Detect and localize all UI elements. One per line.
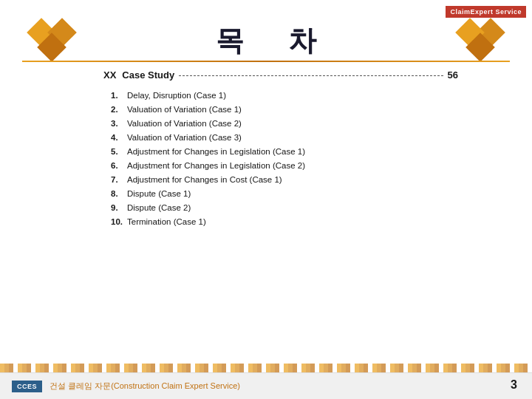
list-item-num: 7.	[111, 175, 127, 184]
section-page: 56	[448, 69, 458, 81]
brand-label: ClaimExpert Service	[446, 6, 526, 18]
list-item: 7.Adjustment for Changes in Cost (Case 1…	[111, 175, 458, 184]
section-number: XX	[103, 69, 116, 81]
list-item-num: 5.	[111, 147, 127, 156]
logo-left	[30, 21, 74, 59]
list-item-text: Dispute (Case 1)	[127, 189, 191, 198]
divider-line	[22, 61, 510, 62]
list-item: 3.Valuation of Variation (Case 2)	[111, 119, 458, 128]
list-item: 1.Delay, Disruption (Case 1)	[111, 91, 458, 100]
list-item-text: Adjustment for Changes in Legislation (C…	[127, 161, 305, 170]
list-item-text: Dispute (Case 2)	[127, 203, 191, 212]
list-item-num: 2.	[111, 105, 127, 114]
list-item-text: Valuation of Variation (Case 2)	[127, 119, 242, 128]
list-item-text: Valuation of Variation (Case 1)	[127, 105, 242, 114]
cces-badge: CCES	[12, 381, 42, 392]
section-title: Case Study	[122, 69, 174, 81]
list-item-text: Adjustment for Changes in Legislation (C…	[127, 147, 305, 156]
section-header: XX Case Study 56	[103, 69, 458, 81]
list-item: 2.Valuation of Variation (Case 1)	[111, 105, 458, 114]
list-item-num: 1.	[111, 91, 127, 100]
logo-right	[458, 21, 502, 59]
content-area: XX Case Study 56 1.Delay, Disruption (Ca…	[103, 69, 458, 231]
section-dots	[179, 75, 443, 76]
list-item-text: Termination (Case 1)	[127, 217, 206, 226]
bottom-bar: CCES 건설 클레임 자문(Construction Claim Expert…	[0, 372, 532, 399]
list-item: 8.Dispute (Case 1)	[111, 189, 458, 198]
footer-text: 건설 클레임 자문(Construction Claim Expert Serv…	[50, 381, 240, 392]
list-container: 1.Delay, Disruption (Case 1)2.Valuation …	[103, 91, 458, 226]
list-item-text: Adjustment for Changes in Cost (Case 1)	[127, 175, 282, 184]
title-char2: 차	[288, 22, 316, 60]
list-item-num: 10.	[111, 217, 127, 226]
list-item: 6.Adjustment for Changes in Legislation …	[111, 161, 458, 170]
bottom-pattern	[0, 364, 532, 372]
page-number: 3	[511, 378, 517, 392]
list-item: 5.Adjustment for Changes in Legislation …	[111, 147, 458, 156]
list-item-num: 6.	[111, 161, 127, 170]
list-item-num: 8.	[111, 189, 127, 198]
list-item-num: 9.	[111, 203, 127, 212]
list-item-num: 4.	[111, 133, 127, 142]
page-title: 목 차	[216, 22, 316, 60]
list-item-num: 3.	[111, 119, 127, 128]
list-item: 9.Dispute (Case 2)	[111, 203, 458, 212]
list-item-text: Delay, Disruption (Case 1)	[127, 91, 226, 100]
list-item: 4.Valuation of Variation (Case 3)	[111, 133, 458, 142]
list-item-text: Valuation of Variation (Case 3)	[127, 133, 242, 142]
list-item: 10.Termination (Case 1)	[111, 217, 458, 226]
title-char1: 목	[216, 22, 244, 60]
